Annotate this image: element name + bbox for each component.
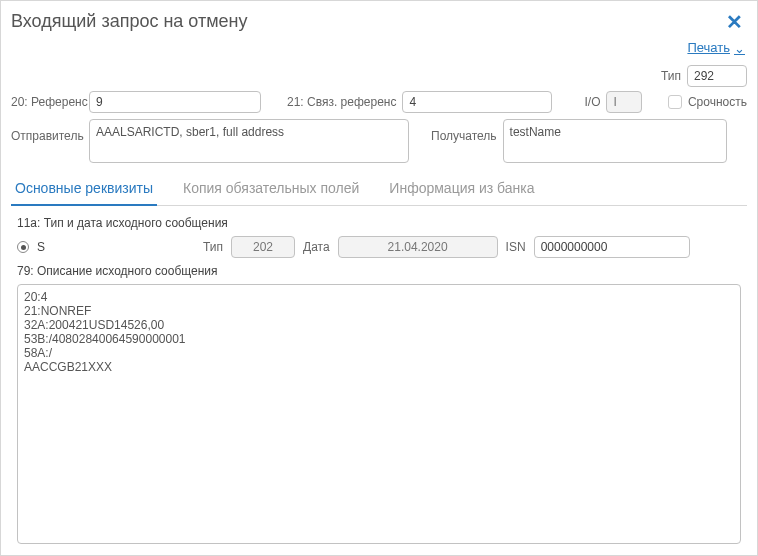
tab-bank-info[interactable]: Информация из банка [385, 174, 538, 206]
close-icon[interactable]: ✕ [722, 12, 747, 32]
type-label: Тип [661, 69, 681, 83]
sender-textarea[interactable] [89, 119, 409, 163]
io-input [606, 91, 642, 113]
ref20-input[interactable] [89, 91, 261, 113]
radio-s-dot [21, 245, 26, 250]
tabs: Основные реквизиты Копия обязательных по… [11, 173, 747, 206]
sender-label: Отправитель [11, 119, 83, 143]
receiver-textarea[interactable] [503, 119, 727, 163]
radio-s-label: S [37, 240, 45, 254]
isn-label: ISN [506, 240, 526, 254]
receiver-label: Получатель [431, 119, 497, 143]
tab-main-details[interactable]: Основные реквизиты [11, 174, 157, 206]
ref21-input[interactable] [402, 91, 552, 113]
top-actions: Печать ⌄ [11, 38, 747, 61]
section-11a-label: 11a: Тип и дата исходного сообщения [17, 216, 747, 230]
io-label: I/O [584, 95, 600, 109]
ref20-label: 20: Референс [11, 95, 83, 109]
tab-mandatory-copy[interactable]: Копия обязательных полей [179, 174, 363, 206]
msg-type-label: Тип [203, 240, 223, 254]
radio-s[interactable] [17, 241, 29, 253]
body79-textarea[interactable] [17, 284, 741, 544]
print-link[interactable]: Печать ⌄ [687, 40, 745, 55]
msg-type-input [231, 236, 295, 258]
chevron-down-icon: ⌄ [734, 41, 745, 56]
ref21-label: 21: Связ. референс [287, 95, 396, 109]
urgent-label: Срочность [688, 95, 747, 109]
section-79-label: 79: Описание исходного сообщения [17, 264, 747, 278]
urgent-checkbox[interactable] [668, 95, 682, 109]
msg-date-input [338, 236, 498, 258]
dialog-window: Входящий запрос на отмену ✕ Печать ⌄ Тип… [0, 0, 758, 556]
print-link-label: Печать [687, 40, 730, 55]
type-input[interactable] [687, 65, 747, 87]
window-title: Входящий запрос на отмену [11, 11, 248, 32]
titlebar: Входящий запрос на отмену ✕ [11, 9, 747, 38]
msg-date-label: Дата [303, 240, 330, 254]
isn-input[interactable] [534, 236, 690, 258]
